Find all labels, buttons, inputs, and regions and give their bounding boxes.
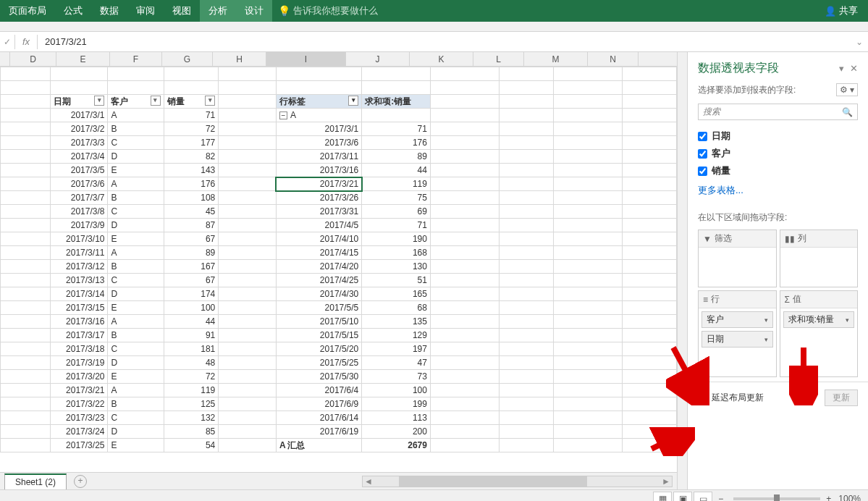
areas-label: 在以下区域间拖动字段: bbox=[688, 206, 868, 230]
formula-check-icon[interactable]: ✓ bbox=[0, 37, 14, 47]
panel-title: 数据透视表字段 bbox=[698, 61, 833, 76]
column-headers: DEFGHIJKLMN bbox=[0, 52, 677, 67]
pill-日期[interactable]: 日期▾ bbox=[701, 331, 773, 348]
tab-page-layout[interactable]: 页面布局 bbox=[0, 0, 55, 22]
view-normal-button[interactable]: ▦ bbox=[653, 492, 672, 502]
column-header-E[interactable]: E bbox=[56, 52, 110, 66]
column-header-J[interactable]: J bbox=[346, 52, 410, 66]
rows-area[interactable]: ≡行 客户▾日期▾ bbox=[698, 290, 777, 377]
filter-icon: ▼ bbox=[703, 234, 712, 244]
column-header-G[interactable]: G bbox=[162, 52, 213, 66]
tab-data[interactable]: 数据 bbox=[91, 0, 127, 22]
gear-icon[interactable]: ⚙ ▾ bbox=[836, 83, 858, 96]
zoom-label[interactable]: 100% bbox=[831, 494, 868, 502]
tab-view[interactable]: 视图 bbox=[164, 0, 200, 22]
formula-bar: ✓ fx 2017/3/21 ⌄ bbox=[0, 32, 868, 52]
sigma-icon: Σ bbox=[785, 295, 790, 305]
fx-icon[interactable]: fx bbox=[15, 36, 37, 47]
bulb-icon: 💡 bbox=[278, 5, 290, 17]
tellme-input[interactable]: 💡告诉我你想要做什么 bbox=[278, 4, 378, 17]
sheet-tabs: Sheet1 (2) + ◄ ► bbox=[0, 472, 677, 489]
zoom-slider[interactable] bbox=[733, 497, 820, 500]
tab-review[interactable]: 审阅 bbox=[127, 0, 164, 22]
panel-close-icon[interactable]: ✕ bbox=[850, 63, 858, 74]
expand-formula-icon[interactable]: ⌄ bbox=[851, 37, 868, 47]
column-header-H[interactable]: H bbox=[213, 52, 266, 66]
defer-layout-checkbox[interactable] bbox=[698, 393, 707, 403]
defer-layout-label: 延迟布局更新 bbox=[712, 392, 764, 404]
new-sheet-button[interactable]: + bbox=[74, 475, 87, 488]
columns-area[interactable]: ▮▮列 bbox=[780, 230, 859, 287]
tab-analyze[interactable]: 分析 bbox=[200, 0, 236, 22]
more-tables-link[interactable]: 更多表格... bbox=[698, 180, 858, 201]
rows-icon: ≡ bbox=[703, 295, 708, 305]
field-日期[interactable]: 日期 bbox=[698, 127, 858, 145]
view-break-button[interactable]: ▭ bbox=[694, 492, 712, 502]
column-header-N[interactable]: N bbox=[588, 52, 639, 66]
panel-dropdown-icon[interactable]: ▾ bbox=[839, 63, 844, 74]
pill-客户[interactable]: 客户▾ bbox=[701, 311, 773, 328]
sheet-tab-sheet1[interactable]: Sheet1 (2) bbox=[4, 473, 67, 489]
share-button[interactable]: 👤共享 bbox=[814, 4, 868, 17]
pill-求和项:销量[interactable]: 求和项:销量▾ bbox=[783, 311, 855, 328]
tab-formulas[interactable]: 公式 bbox=[55, 0, 91, 22]
spreadsheet-grid[interactable]: 日期▾客户▾销量▾行标签▾求和项:销量2017/3/1A71−A2017/3/2… bbox=[0, 67, 677, 472]
field-search-input[interactable]: 搜索 🔍 bbox=[698, 104, 858, 120]
column-header-K[interactable]: K bbox=[410, 52, 473, 66]
column-header-I[interactable]: I bbox=[266, 52, 346, 66]
column-header-F[interactable]: F bbox=[110, 52, 162, 66]
panel-subtitle: 选择要添加到报表的字段: bbox=[698, 84, 836, 96]
horizontal-scrollbar[interactable]: ◄ ► bbox=[362, 476, 673, 487]
formula-input[interactable]: 2017/3/21 bbox=[38, 36, 851, 47]
field-客户[interactable]: 客户 bbox=[698, 145, 858, 162]
field-销量[interactable]: 销量 bbox=[698, 162, 858, 180]
columns-icon: ▮▮ bbox=[785, 234, 795, 244]
column-header-L[interactable]: L bbox=[473, 52, 524, 66]
values-area[interactable]: Σ值 求和项:销量▾ bbox=[780, 290, 859, 377]
view-page-button[interactable]: ▣ bbox=[673, 492, 692, 502]
ribbon: 页面布局 公式 数据 审阅 视图 分析 设计 💡告诉我你想要做什么 👤共享 bbox=[0, 0, 868, 22]
status-bar: ▦ ▣ ▭ − + 100% bbox=[0, 489, 868, 501]
user-icon: 👤 bbox=[825, 6, 836, 17]
search-icon: 🔍 bbox=[842, 107, 853, 117]
column-header-M[interactable]: M bbox=[524, 52, 588, 66]
tab-design[interactable]: 设计 bbox=[236, 0, 272, 22]
vertical-scrollbar[interactable] bbox=[677, 52, 687, 489]
column-header-D[interactable]: D bbox=[10, 52, 56, 66]
update-button[interactable]: 更新 bbox=[825, 390, 858, 406]
filter-area[interactable]: ▼筛选 bbox=[698, 230, 777, 287]
pivot-fields-panel: 数据透视表字段 ▾ ✕ 选择要添加到报表的字段: ⚙ ▾ 搜索 🔍 日期 客户 … bbox=[687, 52, 868, 489]
